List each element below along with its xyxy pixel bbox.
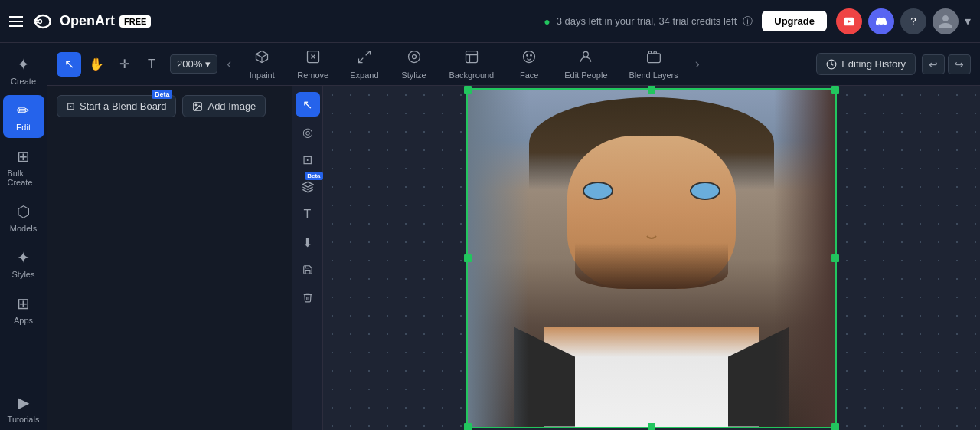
history-icon (826, 59, 837, 70)
tool-stylize[interactable]: Stylize (393, 44, 436, 84)
trial-icon: ● (544, 15, 550, 28)
handle-top-middle[interactable] (648, 86, 655, 94)
left-sidebar: ✦ Create ✏ Edit ⊞ Bulk Create ⬡ Models ✦… (0, 43, 47, 430)
sidebar-label-models: Models (10, 224, 37, 233)
mini-download-button[interactable]: ⬇ (296, 230, 320, 254)
mini-face-detect-button[interactable]: ◎ (296, 120, 320, 144)
portrait-face (567, 136, 736, 289)
toolbar-prev-button[interactable]: ‹ (224, 53, 234, 75)
add-image-icon (192, 101, 203, 112)
trash-icon (302, 292, 313, 303)
tool-face[interactable]: Face (508, 44, 550, 84)
upgrade-button[interactable]: Upgrade (762, 11, 827, 31)
nose (644, 220, 659, 239)
handle-bottom-middle[interactable] (648, 423, 655, 431)
tool-inpaint[interactable]: Inpaint (240, 44, 283, 84)
remove-icon (305, 49, 321, 68)
avatar[interactable] (933, 8, 959, 34)
cursor-tools: ↖ ✋ ✛ T (57, 52, 164, 77)
tool-blend-layers[interactable]: Blend Layers (622, 44, 686, 84)
layers-icon (302, 181, 314, 193)
account-chevron[interactable]: ▾ (965, 14, 971, 28)
tool-edit-people[interactable]: Edit People (557, 44, 615, 84)
sidebar-item-styles[interactable]: ✦ Styles (3, 242, 44, 285)
history-label: Editing History (841, 58, 906, 70)
sidebar-item-edit[interactable]: ✏ Edit (3, 95, 44, 138)
tutorials-icon: ▶ (18, 393, 29, 412)
inpaint-icon (254, 49, 270, 68)
toolbar-next-button[interactable]: › (692, 53, 703, 75)
sidebar-item-apps[interactable]: ⊞ Apps (3, 288, 44, 331)
svg-rect-6 (466, 51, 477, 62)
undo-redo-controls: ↩ ↪ (922, 54, 971, 74)
mini-save-button[interactable] (296, 258, 320, 282)
handle-middle-right[interactable] (831, 254, 839, 262)
svg-rect-11 (647, 53, 660, 62)
blend-layers-label: Blend Layers (629, 71, 678, 80)
canvas-image-container[interactable] (466, 88, 837, 428)
layers-beta-badge: Beta (305, 172, 322, 180)
left-eye (583, 182, 613, 200)
mini-crop-button[interactable]: ⊡ (296, 147, 320, 172)
add-image-button[interactable]: Add Image (182, 95, 266, 117)
discord-icon (876, 16, 887, 27)
tool-expand[interactable]: Expand (342, 44, 386, 84)
mini-text-button[interactable]: T (296, 202, 320, 227)
save-icon (302, 264, 313, 275)
svg-point-10 (583, 51, 589, 57)
menu-button[interactable] (9, 16, 23, 27)
mini-delete-button[interactable] (296, 285, 320, 310)
help-button[interactable]: ? (900, 8, 926, 34)
mini-select-button[interactable]: ↖ (296, 92, 320, 117)
face-label: Face (520, 71, 538, 80)
face-icon (521, 49, 537, 68)
handle-top-right[interactable] (831, 86, 839, 94)
sidebar-label-create: Create (11, 77, 36, 86)
tool-background[interactable]: Background (442, 44, 502, 84)
undo-button[interactable]: ↩ (922, 54, 945, 74)
select-tool-button[interactable]: ↖ (57, 52, 81, 77)
stylize-label: Stylize (401, 71, 426, 80)
canvas-image (468, 90, 835, 427)
svg-point-4 (408, 51, 420, 62)
zoom-value: 200% (177, 58, 202, 70)
sidebar-label-edit: Edit (16, 123, 31, 132)
svg-text:∞: ∞ (33, 12, 43, 28)
right-eye (690, 182, 720, 200)
start-blend-board-button[interactable]: ⊡ Start a Blend Board Beta (57, 95, 176, 117)
handle-middle-left[interactable] (464, 254, 472, 262)
discord-button[interactable] (868, 8, 894, 34)
hand-tool-button[interactable]: ✋ (84, 52, 109, 77)
handle-bottom-left[interactable] (464, 423, 472, 431)
sidebar-label-tutorials: Tutorials (8, 415, 40, 424)
handle-bottom-right[interactable] (831, 423, 839, 431)
canvas-area[interactable] (323, 86, 980, 430)
app-body: ↖ ✋ ✛ T 200% ▾ ‹ Inpaint (47, 43, 980, 430)
sidebar-item-create[interactable]: ✦ Create (3, 49, 44, 92)
side-shadow-right (774, 90, 835, 427)
content-below-toolbar: ⊡ Start a Blend Board Beta Add Image ↖ ◎… (47, 86, 980, 430)
edit-people-label: Edit People (564, 71, 607, 80)
youtube-button[interactable] (836, 8, 862, 34)
svg-marker-15 (302, 182, 312, 187)
help-icon: ? (910, 15, 916, 27)
tool-remove[interactable]: Remove (289, 44, 336, 84)
bulk-create-icon: ⊞ (17, 147, 30, 166)
mini-layers-button[interactable]: Beta (296, 175, 320, 199)
sidebar-label-bulk: Bulk Create (8, 169, 40, 187)
apps-icon: ⊞ (17, 294, 30, 313)
zoom-control[interactable]: 200% ▾ (170, 54, 217, 74)
handle-top-left[interactable] (464, 86, 472, 94)
sidebar-item-models[interactable]: ⬡ Models (3, 196, 44, 239)
svg-line-3 (358, 57, 363, 62)
youtube-icon (844, 16, 854, 27)
zoom-chevron-icon: ▾ (205, 58, 211, 70)
sidebar-item-tutorials[interactable]: ▶ Tutorials (3, 387, 44, 430)
sidebar-item-bulk-create[interactable]: ⊞ Bulk Create (3, 141, 44, 193)
editing-history-button[interactable]: Editing History (816, 53, 916, 75)
redo-button[interactable]: ↪ (948, 54, 971, 74)
models-icon: ⬡ (17, 202, 30, 221)
move-tool-button[interactable]: ✛ (112, 52, 136, 77)
text-tool-button[interactable]: T (139, 52, 164, 77)
side-shadow-left (468, 90, 529, 427)
